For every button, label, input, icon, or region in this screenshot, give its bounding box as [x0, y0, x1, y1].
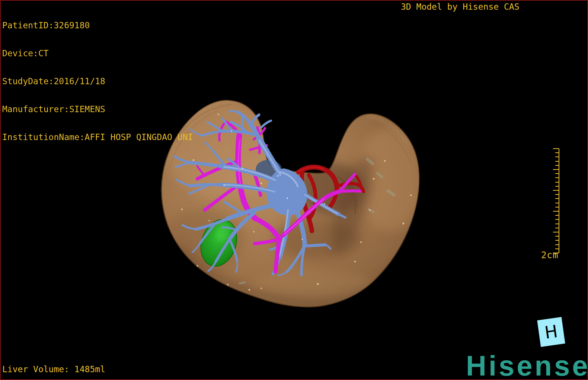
- watermark-text: 3D Model by Hisense CAS: [401, 2, 520, 12]
- liver-volume-label: Liver Volume: 1485ml: [2, 365, 105, 374]
- orientation-marker: H: [537, 317, 565, 347]
- orientation-marker-letter: H: [543, 321, 559, 343]
- viewer-root: PatientID:3269180 Device:CT StudyDate:20…: [0, 0, 588, 380]
- device: Device:CT: [2, 49, 193, 58]
- patient-info: PatientID:3269180 Device:CT StudyDate:20…: [2, 2, 193, 161]
- scale-bar: [553, 149, 559, 253]
- hisense-logo: Hisense: [466, 349, 588, 380]
- manufacturer: Manufacturer:SIEMENS: [2, 105, 193, 114]
- patient-id: PatientID:3269180: [2, 21, 193, 30]
- study-date: StudyDate:2016/11/18: [2, 77, 193, 86]
- scale-bar-label: 2cm: [541, 251, 558, 260]
- institution-name: InstitutionName:AFFI HOSP QINGDAO UNI: [2, 133, 193, 142]
